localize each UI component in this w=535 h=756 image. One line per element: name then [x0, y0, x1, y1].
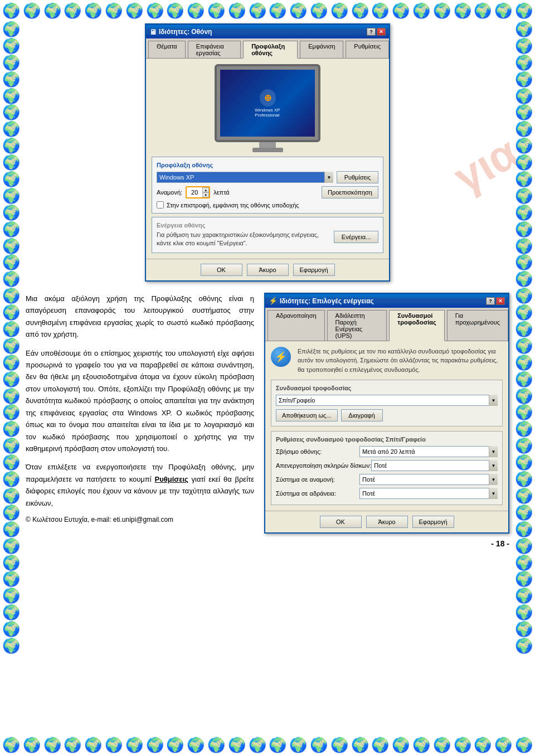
wait-spinner[interactable]: ▲ ▼ — [186, 186, 210, 198]
titlebar-buttons: ? ✕ — [367, 28, 386, 36]
monitor-wallpaper: ⊕ Windows XPProfessional — [220, 70, 315, 137]
wait-value-input[interactable] — [187, 187, 202, 197]
main-text-area: Μια ακόμα αξιόλογη χρήση της Προφύλαξης … — [26, 293, 254, 549]
dialog2-title: ⚡ Ιδιότητες: Επιλογές ενέργειας — [269, 297, 374, 305]
globe-left: 🌍 — [2, 621, 20, 638]
power-row-0: Σβήσιμο οθόνης: Μετά από 20 λεπτά ▼ — [276, 446, 498, 457]
dialog2-footer: ΟΚ Άκυρο Εφαρμογή — [265, 511, 508, 532]
row1-select-container: Ποτέ ▼ — [371, 460, 498, 471]
page-number: - 18 - — [264, 539, 509, 548]
row1-dropdown[interactable]: Ποτέ — [371, 460, 498, 471]
globe-right: 🌍 — [515, 571, 533, 588]
globe-left: 🌍 — [2, 638, 20, 655]
globe-right: 🌍 — [515, 621, 533, 638]
globe-bottom: 🌍 — [351, 736, 369, 754]
paragraph-3: Όταν επιλέξετε να ενεργοποιήσετε την Προ… — [26, 461, 254, 509]
dialog2-body: ⚡ Επιλέξτε τις ρυθμίσεις με τον πιο κατά… — [265, 341, 508, 511]
power-schemes-label: Συνδυασμοί τροφοδοσίας — [276, 385, 498, 391]
globe-bottom: 🌍 — [474, 736, 492, 754]
row3-label: Σύστημα σε αδράνεια: — [276, 490, 359, 497]
preview-button[interactable]: Προεπισκόπηση — [322, 186, 378, 198]
spinner-arrows: ▲ ▼ — [202, 187, 209, 197]
ok-button[interactable]: ΟΚ — [201, 264, 242, 276]
schemes-select-container: Σπίτι/Γραφείο ▼ — [276, 395, 498, 406]
globe-bottom: 🌍 — [454, 736, 471, 754]
schemes-arrow: ▼ — [489, 395, 498, 406]
dialog1-title: 🖥 Ιδιότητες: Οθόνη — [149, 28, 212, 36]
bold-word: Ρυθμίσεις — [154, 475, 188, 483]
energy-content: Για ρύθμιση των χαρακτηριστικών εξοικονό… — [157, 231, 378, 248]
tab-appearance[interactable]: Εμφάνιση — [300, 41, 343, 58]
monitor-screen: ⊕ Windows XPProfessional — [220, 70, 315, 137]
globe-bottom: 🌍 — [23, 736, 41, 754]
row2-select-container: Ποτέ ▼ — [359, 474, 498, 485]
checkbox-row: Στην επιστροφή, εμφάνιση της οθόνης υποδ… — [157, 201, 378, 209]
help-button[interactable]: ? — [367, 28, 376, 36]
row1-arrow: ▼ — [489, 460, 498, 471]
apply-button[interactable]: Εφαρμογή — [293, 264, 335, 276]
tab-advanced[interactable]: Για προχωρημένους — [447, 310, 508, 341]
globe-bottom: 🌍 — [166, 736, 184, 754]
tab-settings[interactable]: Ρυθμίσεις — [346, 41, 389, 58]
paragraph-2: Εάν υποθέσουμε ότι ο επίσημος χειριστής … — [26, 347, 254, 455]
row0-dropdown[interactable]: Μετά από 20 λεπτά — [359, 446, 498, 457]
tab-power-schemes[interactable]: Συνδυασμοί τροφοδοσίας — [389, 310, 444, 341]
tab-screensaver[interactable]: Προφύλαξη οθόνης — [243, 41, 298, 59]
globe-right: 🌍 — [515, 588, 533, 604]
spinner-up[interactable]: ▲ — [202, 187, 209, 192]
power-info-icon: ⚡ — [271, 347, 292, 368]
wait-row: Αναμονή: ▲ ▼ λεπτά Προεπισκόπηση — [157, 186, 378, 198]
globe-bottom: 🌍 — [228, 736, 246, 754]
tab-hibernate[interactable]: Αδρανοποίηση — [268, 310, 325, 341]
energy-button[interactable]: Ενέργεια... — [334, 231, 378, 243]
screensaver-section-label: Προφύλαξη οθόνης — [157, 162, 378, 168]
globe-left: 🌍 — [2, 588, 20, 604]
dropdown-arrow: ▼ — [324, 172, 333, 183]
globe-bottom: 🌍 — [310, 736, 328, 754]
paragraph-1: Μια ακόμα αξιόλογη χρήση της Προφύλαξης … — [26, 293, 254, 341]
dialog2-help-button[interactable]: ? — [486, 297, 495, 305]
power-schemes-dropdown-row: Σπίτι/Γραφείο ▼ — [276, 395, 498, 406]
row3-dropdown[interactable]: Ποτέ — [359, 488, 498, 499]
power-row-2: Σύστημα σε αναμονή: Ποτέ ▼ — [276, 474, 498, 485]
globe-bottom: 🌍 — [105, 736, 123, 754]
cancel-button[interactable]: Άκυρο — [247, 264, 289, 276]
screensaver-select-container: Windows XP ▼ — [157, 172, 333, 183]
info-area: ⚡ Επιλέξτε τις ρυθμίσεις με τον πιο κατά… — [271, 347, 503, 375]
close-button[interactable]: ✕ — [377, 28, 386, 36]
tab-desktop[interactable]: Επιφάνεια εργασίας — [188, 41, 241, 58]
globe-bottom: 🌍 — [207, 736, 225, 754]
row2-dropdown[interactable]: Ποτέ — [359, 474, 498, 485]
globe-bottom: 🌍 — [187, 736, 205, 754]
globe-bottom: 🌍 — [494, 736, 512, 754]
monitor-icon: 🖥 — [149, 28, 157, 36]
globe-bottom: 🌍 — [125, 736, 143, 754]
energy-section-label: Ενέργεια οθόνης — [157, 222, 378, 229]
row3-arrow: ▼ — [489, 488, 498, 499]
login-checkbox[interactable] — [157, 201, 164, 209]
dialog2-close-button[interactable]: ✕ — [496, 297, 505, 305]
globe-bottom: 🌍 — [330, 736, 348, 754]
settings-button[interactable]: Ρυθμίσεις — [337, 171, 378, 183]
tab-ups[interactable]: Αδιάλειπτη Παροχή Ενέργειας (UPS) — [327, 310, 387, 341]
schemes-dropdown[interactable]: Σπίτι/Γραφείο — [276, 395, 498, 406]
power-row-3: Σύστημα σε αδράνεια: Ποτέ ▼ — [276, 488, 498, 499]
globe-bottom: 🌍 — [392, 736, 410, 754]
spinner-down[interactable]: ▼ — [202, 192, 209, 197]
dialog2-titlebar-buttons: ? ✕ — [486, 297, 505, 305]
dialog2-cancel-button[interactable]: Άκυρο — [366, 516, 408, 528]
monitor-neck — [259, 142, 276, 148]
globe-bottom: 🌍 — [146, 736, 164, 754]
save-as-button[interactable]: Αποθήκευση ως... — [276, 409, 338, 421]
delete-button[interactable]: Διαγραφή — [341, 409, 383, 421]
power-icon: ⚡ — [269, 297, 278, 305]
power-schemes-section: Συνδυασμοί τροφοδοσίας Σπίτι/Γραφείο ▼ Α… — [271, 380, 503, 427]
monitor-base — [252, 148, 283, 152]
dialog2-ok-button[interactable]: ΟΚ — [320, 516, 362, 528]
dialog2-apply-button[interactable]: Εφαρμογή — [412, 516, 454, 528]
screensaver-section: Προφύλαξη οθόνης Windows XP ▼ Ρυθμίσεις … — [152, 157, 383, 214]
screensaver-dropdown[interactable]: Windows XP — [157, 172, 333, 183]
tab-themes[interactable]: Θέματα — [148, 41, 186, 58]
globe-bottom: 🌍 — [43, 736, 61, 754]
dialog1-footer: ΟΚ Άκυρο Εφαρμογή — [146, 259, 389, 280]
